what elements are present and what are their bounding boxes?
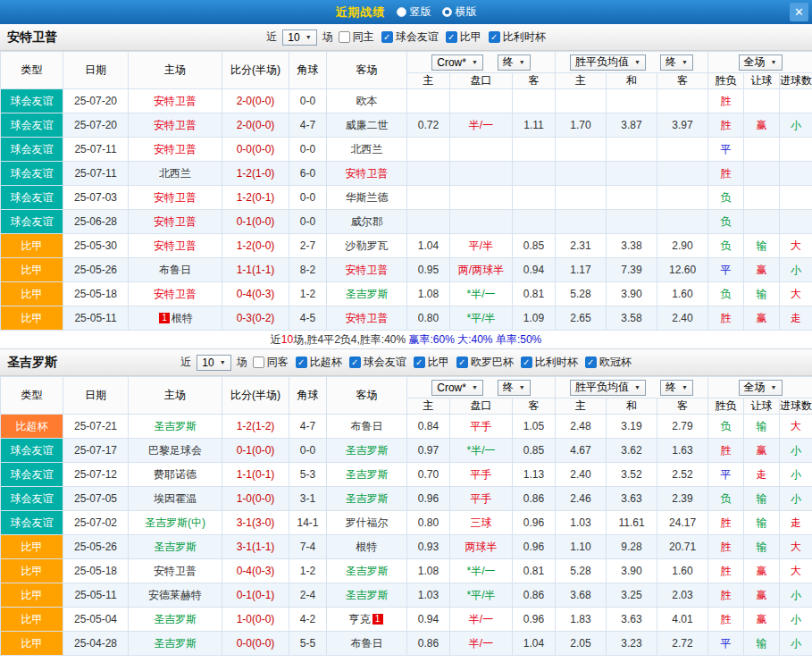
filter-checkbox[interactable]: ✓欧冠杯	[585, 355, 632, 370]
odds-avg-select[interactable]: 胜平负均值 ▼	[570, 55, 646, 71]
chevron-down-icon: ▼	[682, 59, 688, 65]
ah-away-odds: 1.05	[513, 415, 556, 439]
corner-cell: 6-0	[289, 162, 327, 186]
eu-home-odds: 5.28	[556, 559, 607, 583]
corner-cell: 0-0	[289, 186, 327, 210]
away-team-cell: 威尔郡	[327, 210, 407, 234]
eu-draw-odds: 3.38	[607, 234, 657, 258]
sub-header-eu-draw: 和	[607, 73, 657, 89]
match-row: 球会友谊25-07-17巴黎足球会0-1(0-0)0-0圣吉罗斯0.97*半/一…	[1, 439, 812, 463]
radio-vertical-layout[interactable]: 竖版	[397, 4, 431, 20]
filter-checkbox[interactable]: ✓比利时杯	[489, 29, 546, 45]
sub-header-handicap: 让球	[744, 73, 780, 89]
result-goals: 走	[780, 306, 812, 331]
date-cell: 25-07-21	[63, 415, 129, 439]
away-team-cell: 圣吉罗斯	[327, 487, 407, 511]
result-handicap: 赢	[744, 113, 780, 138]
eu-home-odds	[556, 186, 607, 210]
match-row: 比甲25-04-28圣吉罗斯0-0(0-0)5-5布鲁日0.86半/一1.042…	[1, 632, 812, 656]
radio-horizontal-layout[interactable]: 横版	[442, 4, 477, 20]
bookmaker-select[interactable]: Crow* ▼	[431, 380, 483, 396]
match-row: 比超杯25-07-21圣吉罗斯1-2(1-2)4-7布鲁日0.84平手1.052…	[1, 415, 812, 439]
ah-final-select[interactable]: 终 ▼	[498, 55, 531, 71]
result-goals: 小	[780, 463, 812, 487]
eu-final-select[interactable]: 终 ▼	[660, 380, 693, 396]
radio-icon	[397, 7, 406, 17]
filter-checkbox[interactable]: ✓比超杯	[296, 355, 342, 370]
bookmaker-value: Crow*	[437, 56, 466, 69]
chevron-down-icon: ▼	[220, 359, 226, 365]
ah-line: *半/一	[450, 282, 513, 306]
eu-final-select[interactable]: 终 ▼	[660, 55, 693, 71]
results-body: 比超杯25-07-21圣吉罗斯1-2(1-2)4-7布鲁日0.84平手1.052…	[1, 415, 812, 656]
score-cell: 1-2(0-1)	[222, 186, 289, 210]
away-team-name: 圣吉罗斯	[346, 444, 389, 457]
match-count-select[interactable]: 10 ▼	[197, 355, 230, 371]
ah-final-select[interactable]: 终 ▼	[498, 380, 531, 396]
result-handicap: 赢	[744, 608, 780, 632]
match-count-select[interactable]: 10 ▼	[282, 29, 316, 46]
close-button[interactable]: ✕	[790, 3, 808, 21]
ah-odds-header: Crow* ▼ 终 ▼	[407, 52, 556, 73]
ah-line	[450, 186, 513, 210]
filter-checkbox[interactable]: ✓球会友谊	[381, 29, 439, 45]
eu-draw-odds	[607, 89, 657, 113]
home-team-name: 安特卫普	[154, 565, 197, 577]
corner-cell: 0-0	[289, 89, 327, 113]
filter-checkbox[interactable]: ✓球会友谊	[349, 355, 406, 370]
odds-avg-select[interactable]: 胜平负均值 ▼	[570, 380, 646, 396]
ah-away-odds: 1.09	[513, 306, 556, 331]
home-team-cell: 布鲁日	[129, 258, 222, 282]
eu-home-odds: 2.48	[556, 415, 607, 439]
corner-cell: 5-5	[289, 632, 327, 656]
filter-checkbox[interactable]: ✓比利时杯	[521, 355, 578, 370]
sub-header-ah-away: 客	[513, 73, 556, 89]
sub-header-eu-home: 主	[556, 73, 607, 89]
date-cell: 25-07-12	[63, 463, 129, 487]
filter-checkbox[interactable]: ✓比甲	[446, 29, 481, 45]
results-body: 球会友谊25-07-20安特卫普2-0(0-0)0-0欧本胜球会友谊25-07-…	[1, 89, 812, 331]
bookmaker-select[interactable]: Crow* ▼	[431, 55, 483, 71]
ah-home-odds: 0.80	[407, 306, 450, 331]
col-header-type: 类型	[1, 52, 63, 89]
score-cell: 1-2(1-0)	[222, 162, 289, 186]
away-team-name: 布鲁日	[351, 637, 383, 650]
results-table: 类型 日期 主场 比分(半场) 角球 客场 Crow* ▼ 终	[0, 376, 812, 656]
eu-home-odds: 5.28	[556, 282, 607, 306]
col-header-away: 客场	[327, 377, 407, 415]
home-team-cell: 巴黎足球会	[129, 439, 222, 463]
competition-badge: 球会友谊	[1, 186, 63, 210]
fulltime-select[interactable]: 全场 ▼	[739, 380, 783, 396]
competition-badge: 比甲	[1, 559, 63, 583]
home-team-name: 安特卫普	[154, 95, 197, 107]
corner-cell: 0-0	[289, 439, 327, 463]
matches-label: 场	[237, 355, 247, 370]
fulltime-select[interactable]: 全场 ▼	[739, 55, 783, 71]
result-handicap: 输	[744, 535, 780, 559]
eu-draw-odds	[607, 210, 657, 234]
eu-away-odds: 4.01	[657, 608, 708, 632]
result-outcome: 负	[708, 234, 744, 258]
ah-away-odds: 1.13	[513, 463, 556, 487]
filter-checkbox[interactable]: ✓比甲	[414, 355, 449, 370]
score-cell: 2-0(0-0)	[222, 113, 289, 138]
eu-home-odds: 1.17	[556, 258, 607, 282]
ah-line: *半/一	[450, 439, 513, 463]
ah-home-odds: 0.86	[407, 632, 450, 656]
competition-badge: 球会友谊	[1, 162, 63, 186]
checkbox-icon: ✓	[489, 31, 500, 43]
recent-label: 近	[180, 355, 191, 370]
checkbox-label: 球会友谊	[364, 355, 406, 370]
eu-home-odds: 3.68	[556, 583, 607, 608]
date-cell: 25-07-03	[63, 186, 129, 210]
sub-header-goals: 进球数	[780, 398, 812, 415]
date-cell: 25-07-20	[63, 113, 129, 138]
filter-checkbox[interactable]: ✓欧罗巴杯	[456, 355, 514, 370]
eu-away-odds	[657, 162, 708, 186]
ah-line: 平手	[450, 463, 513, 487]
filter-checkbox[interactable]: 同客	[253, 355, 289, 370]
filter-checkbox[interactable]: 同主	[339, 29, 374, 45]
checkbox-icon: ✓	[521, 356, 532, 368]
away-team-cell: 圣吉罗斯	[327, 583, 407, 608]
home-team-name: 安特卫普	[154, 191, 197, 204]
